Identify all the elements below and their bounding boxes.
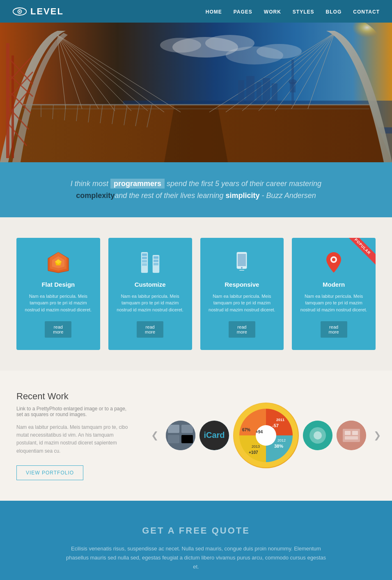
modern-icon <box>321 250 346 275</box>
feature-desc-modern: Nam ea labitur pericula. Meis tamquam pr… <box>300 293 367 313</box>
quote-rest: and the rest of their lives learning <box>115 191 225 200</box>
recent-work-section: Recent Work Link to a PrettyPhoto enlarg… <box>0 371 392 501</box>
quote-author: - Buzz Andersen <box>259 191 316 200</box>
logo[interactable]: LEVEL <box>12 6 64 17</box>
svg-text:+107: +107 <box>249 450 258 455</box>
carousel-items: iCard 2011 -57 2012 38% <box>166 403 366 468</box>
read-more-flat-btn[interactable]: readmore <box>45 321 71 338</box>
carousel-thumb-2[interactable]: iCard <box>199 421 229 450</box>
svg-point-99 <box>314 431 322 440</box>
carousel-next-btn[interactable]: ❯ <box>370 430 384 441</box>
feature-title-responsive: Responsive <box>209 281 276 288</box>
svg-rect-68 <box>142 260 147 262</box>
feature-card-responsive: Responsive Nam ea labitur pericula. Meis… <box>200 238 284 350</box>
cta-desc: Ecilisis venenatis risus, suspendisse ac… <box>65 544 328 571</box>
quote-simplicity: simplicity <box>225 191 259 200</box>
carousel-thumb-4[interactable] <box>337 421 366 450</box>
svg-rect-72 <box>154 260 158 262</box>
quote-complexity: complexity <box>76 191 115 200</box>
nav-links: HOME PAGES WORK STYLES BLOG CONTACT <box>206 8 380 15</box>
nav-styles[interactable]: STYLES <box>293 9 314 15</box>
feature-desc-flat: Nam ea labitur pericula. Meis tamquam pr… <box>25 293 92 313</box>
svg-point-2 <box>19 11 21 12</box>
hero-image <box>0 23 392 162</box>
svg-rect-102 <box>345 431 351 435</box>
portfolio-carousel: ❮ iCard <box>148 403 384 468</box>
quote-prefix: I think most <box>71 180 110 188</box>
cta-title: GET A FREE QUOTE <box>16 525 376 536</box>
quote-mid: spend the first 5 years of their career … <box>165 180 321 188</box>
quote-section: I think most programmers spend the first… <box>0 162 392 217</box>
responsive-icon <box>229 250 254 275</box>
recent-work-desc: Nam ea labitur pericula. Meis tamquam pr… <box>16 423 131 455</box>
recent-work-text: Recent Work Link to a PrettyPhoto enlarg… <box>16 391 131 480</box>
logo-eye-icon <box>12 7 27 16</box>
svg-text:2013: 2013 <box>252 444 260 449</box>
recent-work-subtitle: Link to a PrettyPhoto enlarged image or … <box>16 406 131 417</box>
svg-text:67%: 67% <box>242 428 250 432</box>
svg-text:+94: +94 <box>256 430 263 434</box>
svg-rect-103 <box>352 431 358 435</box>
customize-icon <box>138 250 163 275</box>
svg-text:-57: -57 <box>272 423 279 428</box>
portfolio-chart[interactable]: 2011 -57 2012 38% 2013 +107 67% +94 <box>233 403 299 468</box>
svg-point-76 <box>241 267 243 269</box>
svg-rect-73 <box>154 263 158 265</box>
carousel-prev-btn[interactable]: ❮ <box>148 430 162 441</box>
nav-work[interactable]: WORK <box>264 9 281 15</box>
read-more-modern-btn[interactable]: readmore <box>321 321 347 338</box>
svg-rect-82 <box>181 425 193 433</box>
svg-point-88 <box>256 425 276 446</box>
svg-rect-66 <box>142 253 147 256</box>
feature-card-flat-design: Flat Design Nam ea labitur pericula. Mei… <box>16 238 100 350</box>
cta-section: GET A FREE QUOTE Ecilisis venenatis risu… <box>0 501 392 580</box>
quote-highlight: programmers <box>110 179 165 189</box>
svg-rect-69 <box>142 263 147 266</box>
svg-rect-104 <box>345 436 358 440</box>
feature-desc-responsive: Nam ea labitur pericula. Meis tamquam pr… <box>209 293 276 313</box>
svg-text:38%: 38% <box>274 444 283 449</box>
features-section: Flat Design Nam ea labitur pericula. Mei… <box>0 217 392 371</box>
flat-design-icon <box>46 250 71 275</box>
svg-rect-84 <box>181 435 193 443</box>
svg-rect-67 <box>142 257 147 259</box>
features-grid: Flat Design Nam ea labitur pericula. Mei… <box>16 238 376 350</box>
nav-home[interactable]: HOME <box>206 9 222 15</box>
svg-rect-59 <box>0 23 392 162</box>
svg-rect-71 <box>154 256 158 259</box>
read-more-responsive-btn[interactable]: readmore <box>229 321 255 338</box>
nav-pages[interactable]: PAGES <box>234 9 252 15</box>
read-more-customize-btn[interactable]: readmore <box>137 321 163 338</box>
feature-card-customize: Customize Nam ea labitur pericula. Meis … <box>108 238 192 350</box>
svg-point-79 <box>332 258 335 261</box>
svg-rect-81 <box>168 425 179 433</box>
logo-text: LEVEL <box>30 6 64 17</box>
svg-text:iCard: iCard <box>204 430 225 440</box>
svg-text:2012: 2012 <box>277 438 286 442</box>
feature-title-flat: Flat Design <box>25 281 92 288</box>
svg-rect-101 <box>343 429 360 442</box>
nav-blog[interactable]: BLOG <box>326 9 342 15</box>
nav-contact[interactable]: CONTACT <box>353 9 380 15</box>
hero-section <box>0 23 392 162</box>
feature-title-modern: Modern <box>300 281 367 288</box>
svg-rect-77 <box>239 270 244 271</box>
carousel-thumb-1[interactable] <box>166 421 195 450</box>
svg-text:2011: 2011 <box>276 418 284 422</box>
recent-work-title: Recent Work <box>16 391 131 402</box>
quote-text: I think most programmers spend the first… <box>33 178 359 202</box>
carousel-thumb-3[interactable] <box>303 421 332 450</box>
svg-rect-83 <box>168 435 179 443</box>
view-portfolio-btn[interactable]: VIEW PORTFOLIO <box>16 465 83 480</box>
feature-desc-customize: Nam ea labitur pericula. Meis tamquam pr… <box>117 293 184 313</box>
svg-rect-75 <box>238 254 246 266</box>
navbar: LEVEL HOME PAGES WORK STYLES BLOG CONTAC… <box>0 0 392 23</box>
feature-title-customize: Customize <box>117 281 184 288</box>
feature-card-modern: Modern Nam ea labitur pericula. Meis tam… <box>292 238 376 350</box>
